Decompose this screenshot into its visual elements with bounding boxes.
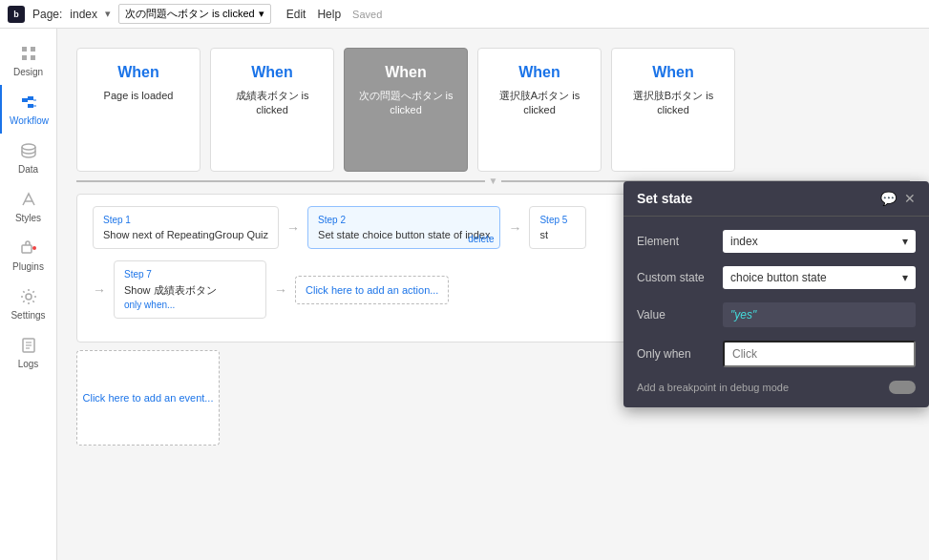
- modal-value-label: Value: [637, 308, 723, 321]
- sidebar-item-data[interactable]: Data: [0, 134, 56, 182]
- sidebar-item-plugins[interactable]: Plugins: [0, 231, 56, 280]
- svg-rect-0: [22, 47, 27, 52]
- when-card-3[interactable]: When 次の問題へボタン is clicked: [344, 48, 468, 172]
- edit-menu[interactable]: Edit: [286, 8, 306, 21]
- arrow-3: →: [93, 282, 106, 298]
- when-title-3: When: [385, 64, 427, 81]
- modal-custom-state-row: Custom state choice button state ▾: [637, 266, 916, 289]
- modal-only-when-label: Only when: [637, 347, 723, 361]
- when-desc-3: 次の問題へボタン is clicked: [352, 89, 459, 118]
- svg-point-10: [22, 144, 35, 150]
- plugins-icon: [19, 239, 38, 258]
- when-card-5[interactable]: When 選択肢Bボタン is clicked: [611, 48, 735, 172]
- svg-rect-2: [22, 55, 27, 60]
- arrow-4: →: [274, 282, 287, 298]
- modal-debug-toggle[interactable]: [889, 381, 916, 394]
- saved-status: Saved: [352, 9, 382, 20]
- only-when-label[interactable]: only when...: [124, 300, 256, 310]
- main-area: When Page is loaded When 成績表ボタン is click…: [57, 29, 929, 560]
- sidebar-item-design[interactable]: Design: [0, 36, 56, 85]
- svg-point-13: [32, 246, 36, 250]
- modal-custom-state-value: choice button state: [730, 271, 827, 284]
- top-bar: b Page: index ▾ 次の問題へボタン is clicked ▾ Ed…: [0, 0, 929, 29]
- design-icon: [19, 44, 38, 63]
- dropdown-chevron-state: ▾: [902, 271, 908, 284]
- sidebar-workflow-label: Workflow: [10, 115, 49, 126]
- modal-header: Set state 💬 ✕: [623, 181, 929, 217]
- arrow-1: →: [286, 220, 300, 236]
- step-7-label: Step 7: [124, 269, 256, 280]
- when-desc-2: 成績表ボタン is clicked: [219, 89, 326, 118]
- set-state-modal: Set state 💬 ✕ Element index ▾ Custom: [623, 181, 929, 407]
- top-menu: Edit Help: [286, 8, 341, 21]
- svg-rect-12: [22, 245, 32, 253]
- when-desc-4: 選択肢Aボタン is clicked: [486, 89, 593, 118]
- when-title-4: When: [518, 64, 560, 81]
- add-event-box[interactable]: Click here to add an event...: [76, 350, 220, 446]
- step-delete[interactable]: delete: [468, 234, 494, 244]
- sidebar: Design Workflow Data: [0, 29, 57, 560]
- modal-value-text[interactable]: "yes": [723, 302, 916, 327]
- sidebar-item-workflow[interactable]: Workflow: [0, 85, 56, 134]
- step-1-box[interactable]: Step 1 Show next of RepeatingGroup Quiz: [93, 206, 279, 249]
- step-2-text: Set state choice button state of index: [318, 229, 490, 240]
- modal-footer: Add a breakpoint in debug mode: [637, 381, 916, 394]
- when-desc-5: 選択肢Bボタン is clicked: [620, 89, 727, 118]
- modal-footer-text: Add a breakpoint in debug mode: [637, 382, 789, 393]
- modal-element-row: Element index ▾: [637, 230, 916, 253]
- modal-custom-state-dropdown[interactable]: choice button state ▾: [723, 266, 916, 289]
- add-action-box[interactable]: Click here to add an action...: [295, 276, 449, 304]
- sidebar-item-settings[interactable]: Settings: [0, 280, 56, 328]
- settings-icon: [19, 287, 38, 306]
- workflow-icon: [20, 93, 39, 112]
- step-1-label: Step 1: [103, 215, 268, 225]
- step-5-box[interactable]: Step 5 st: [529, 206, 586, 249]
- modal-element-dropdown[interactable]: index ▾: [723, 230, 916, 253]
- sidebar-item-styles[interactable]: Styles: [0, 182, 56, 231]
- styles-icon: [19, 190, 38, 209]
- svg-rect-3: [31, 55, 35, 60]
- modal-only-when-row: Only when: [637, 341, 916, 367]
- svg-rect-6: [28, 104, 33, 108]
- modal-body: Element index ▾ Custom state choice butt…: [623, 217, 929, 407]
- modal-value-row: Value "yes": [637, 302, 916, 327]
- when-title-1: When: [117, 64, 159, 81]
- sidebar-plugins-label: Plugins: [12, 261, 44, 272]
- when-card-2[interactable]: When 成績表ボタン is clicked: [210, 48, 334, 172]
- svg-point-14: [26, 294, 32, 300]
- page-dropdown[interactable]: ▾: [105, 8, 111, 20]
- sidebar-data-label: Data: [18, 164, 38, 175]
- logs-icon: [19, 336, 38, 355]
- sidebar-styles-label: Styles: [15, 213, 41, 223]
- step-7-text: Show 成績表ボタン: [124, 283, 256, 298]
- step-2-box[interactable]: Step 2 Set state choice button state of …: [307, 206, 500, 249]
- help-menu[interactable]: Help: [317, 8, 341, 21]
- modal-close-icon[interactable]: ✕: [904, 191, 916, 206]
- step-2-label: Step 2: [318, 215, 490, 225]
- when-title-2: When: [251, 64, 293, 81]
- modal-custom-state-label: Custom state: [637, 271, 723, 284]
- page-name[interactable]: index: [70, 8, 97, 21]
- workflow-dropdown[interactable]: 次の問題へボタン is clicked ▾: [118, 4, 271, 24]
- svg-rect-5: [28, 96, 33, 100]
- sidebar-design-label: Design: [13, 67, 43, 77]
- modal-element-value: index: [730, 235, 758, 248]
- modal-title: Set state: [637, 191, 692, 206]
- step-1-text: Show next of RepeatingGroup Quiz: [103, 229, 268, 240]
- dropdown-chevron-element: ▾: [902, 235, 908, 248]
- modal-element-label: Element: [637, 235, 723, 248]
- step-7-box[interactable]: Step 7 Show 成績表ボタン only when...: [114, 260, 266, 319]
- modal-comment-icon[interactable]: 💬: [880, 191, 897, 206]
- when-desc-1: Page is loaded: [104, 89, 174, 103]
- modal-icons: 💬 ✕: [880, 191, 916, 206]
- when-cards-row: When Page is loaded When 成績表ボタン is click…: [57, 29, 929, 172]
- when-card-4[interactable]: When 選択肢Aボタン is clicked: [477, 48, 602, 172]
- page-label: Page:: [32, 8, 62, 21]
- data-icon: [19, 141, 38, 160]
- when-title-5: When: [652, 64, 694, 81]
- app-logo: b: [8, 6, 25, 23]
- when-card-1[interactable]: When Page is loaded: [76, 48, 201, 172]
- sidebar-settings-label: Settings: [11, 310, 45, 321]
- modal-only-when-input[interactable]: [723, 341, 916, 367]
- sidebar-item-logs[interactable]: Logs: [0, 328, 56, 377]
